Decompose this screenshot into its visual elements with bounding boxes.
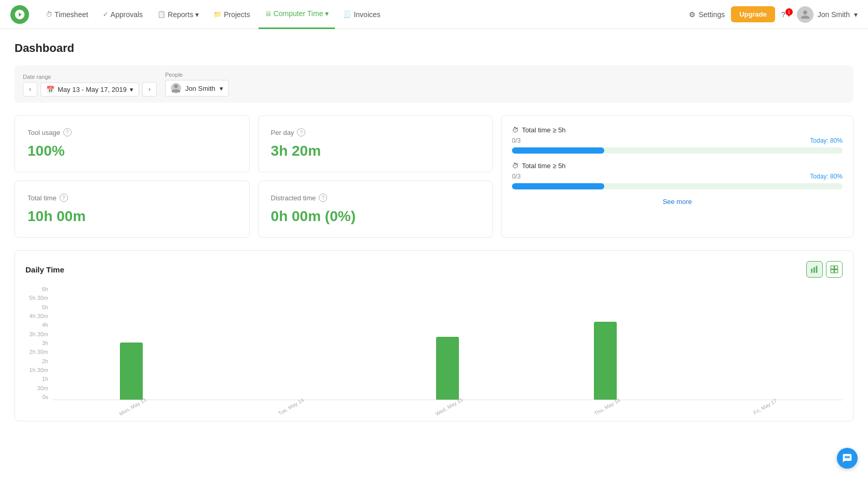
help-button[interactable]: ? 1 ▾ xyxy=(781,10,791,19)
user-menu-button[interactable]: Jon Smith ▾ xyxy=(797,6,858,23)
settings-button[interactable]: ⚙ Settings xyxy=(689,10,725,19)
metric-value-tool-usage: 100% xyxy=(28,143,237,159)
svg-rect-0 xyxy=(811,269,812,273)
chart-section: Daily Time 6h 5h 30m 5h 4h 30m 4h 3h 30m… xyxy=(15,250,853,421)
goal-header-1: ⏱ Total time ≥ 5h xyxy=(512,126,843,134)
table-icon xyxy=(830,265,838,273)
bar-group-tue xyxy=(210,286,368,400)
metric-card-distracted-time: Distracted time ? 0h 00m (0%) xyxy=(258,181,493,238)
page-content: Dashboard Date range ‹ 📅 May 13 - May 17… xyxy=(0,29,868,434)
total-time-help-icon[interactable]: ? xyxy=(60,194,68,202)
bar-group-thu xyxy=(526,286,684,400)
goal-clock-icon-2: ⏱ xyxy=(512,162,519,170)
y-label: 2h 30m xyxy=(25,349,48,355)
y-label: 5h 30m xyxy=(25,295,48,301)
goal-progress-track-2 xyxy=(512,183,843,189)
svg-rect-4 xyxy=(835,266,838,269)
goal-progress-fill-2 xyxy=(512,183,604,189)
computer-time-chevron-icon: ▾ xyxy=(325,9,329,18)
navigation: ⏱ Timesheet ✓ Approvals 📋 Reports ▾ 📁 Pr… xyxy=(0,0,868,29)
y-label: 30m xyxy=(25,385,48,391)
bar-chart: 6h 5h 30m 5h 4h 30m 4h 3h 30m 3h 2h 30m … xyxy=(25,286,843,410)
avatar xyxy=(797,6,813,23)
chart-view-buttons xyxy=(806,261,843,278)
date-range-group: Date range ‹ 📅 May 13 - May 17, 2019 ▾ › xyxy=(23,74,157,97)
notification-badge: 1 xyxy=(785,8,793,16)
date-next-button[interactable]: › xyxy=(142,82,157,97)
per-day-help-icon[interactable]: ? xyxy=(297,128,305,136)
chart-bars-container: Mon, May 13 Tue, May 14 Wed, May 15 Thu,… xyxy=(52,286,843,410)
metric-value-per-day: 3h 20m xyxy=(271,143,480,159)
goal-progress-track-1 xyxy=(512,147,843,154)
metrics-goals-layout: Tool usage ? 100% Per day ? 3h 20m ⏱ Tot… xyxy=(15,115,853,238)
tool-usage-help-icon[interactable]: ? xyxy=(63,128,72,136)
x-label-wed: Wed, May 15 xyxy=(369,402,526,410)
metric-value-total-time: 10h 00m xyxy=(28,208,237,225)
people-selector[interactable]: Jon Smith ▾ xyxy=(165,80,229,97)
y-label: 3h xyxy=(25,340,48,346)
approvals-icon: ✓ xyxy=(103,10,108,18)
settings-icon: ⚙ xyxy=(689,10,696,19)
date-selector[interactable]: 📅 May 13 - May 17, 2019 ▾ xyxy=(40,83,139,97)
nav-computer-time[interactable]: 🖥 Computer Time ▾ xyxy=(259,0,335,29)
goal-progress-fill-1 xyxy=(512,147,604,154)
timesheet-icon: ⏱ xyxy=(46,10,52,18)
upgrade-button[interactable]: Upgrade xyxy=(731,6,775,22)
y-label: 6h xyxy=(25,286,48,292)
nav-right: ⚙ Settings Upgrade ? 1 ▾ Jon Smith ▾ xyxy=(689,6,858,23)
invoices-icon: 🧾 xyxy=(343,10,351,18)
y-label: 1h 30m xyxy=(25,367,48,373)
logo[interactable] xyxy=(10,5,29,24)
goal-meta-2: 0/3 Today: 80% xyxy=(512,173,843,180)
date-chevron-icon: ▾ xyxy=(130,86,133,93)
metric-card-per-day: Per day ? 3h 20m xyxy=(258,115,493,172)
chart-bar-view-button[interactable] xyxy=(806,261,823,278)
y-label: 4h xyxy=(25,322,48,328)
people-label: People xyxy=(165,72,229,78)
y-label: 1h xyxy=(25,376,48,382)
goal-meta-1: 0/3 Today: 80% xyxy=(512,137,843,144)
metric-value-distracted-time: 0h 00m (0%) xyxy=(271,208,480,225)
distracted-time-help-icon[interactable]: ? xyxy=(319,194,327,202)
y-label: 5h xyxy=(25,304,48,310)
y-label: 4h 30m xyxy=(25,313,48,319)
bar-chart-icon xyxy=(810,265,819,273)
date-prev-button[interactable]: ‹ xyxy=(23,82,37,97)
chart-table-view-button[interactable] xyxy=(826,261,843,278)
goal-item-2: ⏱ Total time ≥ 5h 0/3 Today: 80% xyxy=(512,162,843,189)
x-label-mon: Mon, May 13 xyxy=(52,402,210,410)
y-label: 2h xyxy=(25,358,48,364)
computer-time-icon: 🖥 xyxy=(265,10,272,18)
help-icon: ? xyxy=(781,10,785,19)
bar-thu xyxy=(594,322,617,400)
see-more-button[interactable]: See more xyxy=(512,198,843,206)
bars-area xyxy=(52,286,843,400)
metric-label-tool-usage: Tool usage ? xyxy=(28,128,237,136)
people-chevron-icon: ▾ xyxy=(220,85,223,92)
nav-invoices[interactable]: 🧾 Invoices xyxy=(337,0,386,29)
y-label: 3h 30m xyxy=(25,331,48,337)
x-label-thu: Thu, May 16 xyxy=(526,402,684,410)
chart-title: Daily Time xyxy=(25,265,64,274)
nav-projects[interactable]: 📁 Projects xyxy=(207,0,256,29)
bar-mon xyxy=(120,343,143,400)
bar-group-fri xyxy=(685,286,843,400)
date-range-control: ‹ 📅 May 13 - May 17, 2019 ▾ › xyxy=(23,82,157,97)
goals-card: ⏱ Total time ≥ 5h 0/3 Today: 80% ⏱ Total… xyxy=(501,115,853,238)
svg-rect-5 xyxy=(831,270,834,273)
reports-icon: 📋 xyxy=(157,10,166,18)
y-axis: 6h 5h 30m 5h 4h 30m 4h 3h 30m 3h 2h 30m … xyxy=(25,286,52,400)
nav-reports[interactable]: 📋 Reports ▾ xyxy=(151,0,205,29)
svg-rect-3 xyxy=(831,266,834,269)
date-range-label: Date range xyxy=(23,74,157,80)
goal-clock-icon-1: ⏱ xyxy=(512,126,519,134)
x-axis: Mon, May 13 Tue, May 14 Wed, May 15 Thu,… xyxy=(52,402,843,410)
bar-group-wed xyxy=(369,286,526,400)
metric-label-per-day: Per day ? xyxy=(271,128,480,136)
user-chevron-icon: ▾ xyxy=(854,10,858,19)
people-group: People Jon Smith ▾ xyxy=(165,72,229,97)
metric-card-total-time: Total time ? 10h 00m xyxy=(15,181,250,238)
nav-approvals[interactable]: ✓ Approvals xyxy=(97,0,149,29)
nav-timesheet[interactable]: ⏱ Timesheet xyxy=(39,0,94,29)
bar-group-mon xyxy=(52,286,210,400)
